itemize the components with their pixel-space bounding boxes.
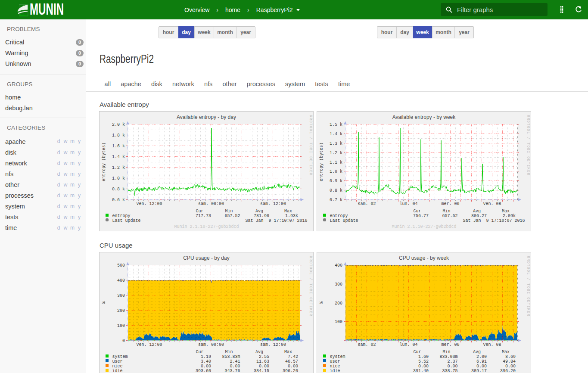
svg-text:1.8 k: 1.8 k	[112, 133, 125, 138]
svg-text:338.75: 338.75	[442, 369, 457, 373]
svg-text:2.55: 2.55	[259, 354, 269, 359]
svg-text:Available entropy - by day: Available entropy - by day	[177, 114, 236, 120]
svg-text:Min: Min	[442, 350, 450, 354]
svg-text:0.7 k: 0.7 k	[330, 198, 342, 202]
svg-text:entropy (bytes): entropy (bytes)	[102, 143, 106, 181]
svg-text:3.40: 3.40	[201, 359, 211, 364]
svg-text:Cur: Cur	[413, 350, 421, 354]
svg-text:1.19: 1.19	[201, 354, 211, 359]
svg-text:Min: Min	[225, 209, 233, 214]
svg-text:1.93k: 1.93k	[285, 214, 298, 218]
svg-text:Avg: Avg	[473, 209, 481, 214]
svg-text:833.03m: 833.03m	[439, 354, 457, 359]
svg-text:2.00: 2.00	[476, 354, 487, 359]
svg-text:1.1 k: 1.1 k	[330, 160, 342, 165]
svg-text:0.00: 0.00	[288, 364, 298, 369]
svg-text:user: user	[112, 359, 123, 364]
svg-text:lun. 04: lun. 04	[399, 342, 417, 347]
svg-text:500: 500	[117, 263, 125, 268]
svg-text:Avg: Avg	[473, 350, 481, 354]
svg-text:RRDTOOL / TOBI OETIKER: RRDTOOL / TOBI OETIKER	[526, 256, 530, 317]
svg-text:entropy: entropy	[112, 214, 131, 218]
svg-text:853.83m: 853.83m	[222, 354, 240, 359]
svg-text:1.2 k: 1.2 k	[112, 165, 125, 170]
svg-text:entropy (bytes): entropy (bytes)	[319, 143, 324, 181]
svg-text:Cur: Cur	[413, 209, 421, 214]
svg-text:%: %	[319, 302, 324, 304]
svg-text:system: system	[330, 354, 345, 359]
svg-text:46.57: 46.57	[285, 359, 298, 364]
svg-text:sam. 12:00: sam. 12:00	[260, 202, 286, 206]
svg-text:6.91: 6.91	[476, 359, 487, 364]
svg-text:1.3 k: 1.3 k	[330, 141, 342, 146]
svg-text:ven. 08: ven. 08	[483, 202, 501, 206]
svg-text:0.00: 0.00	[505, 364, 516, 369]
svg-text:Munin 2.1.10-227-g0b2bdcd: Munin 2.1.10-227-g0b2bdcd	[392, 224, 456, 229]
svg-text:%: %	[102, 302, 106, 304]
svg-text:657.52: 657.52	[224, 214, 240, 218]
svg-text:ven. 12:00: ven. 12:00	[136, 202, 162, 206]
svg-text:657.52: 657.52	[442, 214, 457, 218]
svg-text:11.63: 11.63	[256, 359, 269, 364]
svg-text:Max: Max	[502, 209, 510, 214]
svg-text:806.27: 806.27	[471, 214, 487, 218]
svg-text:2.41: 2.41	[230, 359, 240, 364]
svg-text:1.2 k: 1.2 k	[330, 151, 342, 155]
svg-text:2.0 k: 2.0 k	[112, 122, 125, 127]
svg-text:400: 400	[335, 263, 342, 268]
svg-text:393.60: 393.60	[196, 369, 211, 373]
svg-text:Sat Jan 9 17:10:07 2016: Sat Jan 9 17:10:07 2016	[463, 218, 525, 223]
svg-text:idle: idle	[330, 369, 340, 373]
svg-text:Max: Max	[284, 209, 292, 214]
svg-text:nice: nice	[112, 364, 123, 369]
svg-text:system: system	[112, 354, 128, 359]
svg-text:0: 0	[122, 339, 125, 343]
svg-text:RRDTOOL / TOBI OETIKER: RRDTOOL / TOBI OETIKER	[526, 115, 530, 176]
svg-text:400: 400	[117, 278, 125, 283]
svg-text:0.00: 0.00	[447, 364, 457, 369]
svg-text:1.4 k: 1.4 k	[330, 132, 342, 137]
svg-text:mer. 06: mer. 06	[441, 202, 459, 206]
svg-text:1.5 k: 1.5 k	[330, 122, 342, 127]
svg-text:0.6 k: 0.6 k	[112, 198, 125, 202]
svg-text:0.9 k: 0.9 k	[330, 179, 342, 183]
svg-text:sam. 00:00: sam. 00:00	[198, 202, 224, 206]
svg-text:389.17: 389.17	[471, 369, 487, 373]
svg-text:343.76: 343.76	[224, 369, 240, 373]
svg-text:Max: Max	[284, 350, 292, 354]
svg-text:1.0 k: 1.0 k	[112, 176, 125, 181]
svg-text:entropy: entropy	[330, 214, 348, 218]
svg-text:CPU usage - by day: CPU usage - by day	[183, 255, 229, 261]
svg-text:756.77: 756.77	[413, 214, 429, 218]
svg-text:Last update: Last update	[112, 218, 141, 223]
svg-text:ven. 12:00: ven. 12:00	[136, 342, 162, 347]
svg-text:49.84: 49.84	[503, 359, 516, 364]
svg-text:Cur: Cur	[196, 209, 203, 214]
svg-text:0.00: 0.00	[230, 364, 240, 369]
svg-text:2.09k: 2.09k	[503, 214, 516, 218]
svg-text:Last update: Last update	[330, 218, 358, 223]
svg-text:nice: nice	[330, 364, 340, 369]
svg-text:7.42: 7.42	[288, 354, 298, 359]
svg-text:100: 100	[335, 320, 342, 324]
svg-text:RRDTOOL / TOBI OETIKER: RRDTOOL / TOBI OETIKER	[308, 256, 313, 317]
svg-text:Min: Min	[225, 350, 233, 354]
svg-text:0.00: 0.00	[201, 364, 211, 369]
svg-text:sam. 00:00: sam. 00:00	[198, 342, 224, 347]
svg-text:Munin 2.1.10-227-g0b2bdcd: Munin 2.1.10-227-g0b2bdcd	[174, 224, 239, 229]
svg-text:391.40: 391.40	[413, 369, 429, 373]
svg-text:1.0 k: 1.0 k	[330, 169, 342, 174]
svg-text:0.00: 0.00	[418, 364, 429, 369]
svg-text:Cur: Cur	[196, 350, 203, 354]
svg-text:8.69: 8.69	[505, 354, 516, 359]
svg-text:0.00: 0.00	[259, 364, 269, 369]
svg-text:0.8 k: 0.8 k	[112, 187, 125, 192]
svg-text:lun. 04: lun. 04	[399, 202, 417, 206]
svg-text:384.15: 384.15	[254, 369, 269, 373]
svg-text:1.4 k: 1.4 k	[112, 155, 125, 159]
svg-text:396.20: 396.20	[283, 369, 298, 373]
svg-text:RRDTOOL / TOBI OETIKER: RRDTOOL / TOBI OETIKER	[308, 115, 313, 176]
svg-text:300: 300	[117, 293, 125, 298]
svg-text:Max: Max	[502, 350, 510, 354]
svg-text:sam. 02: sam. 02	[358, 342, 376, 347]
